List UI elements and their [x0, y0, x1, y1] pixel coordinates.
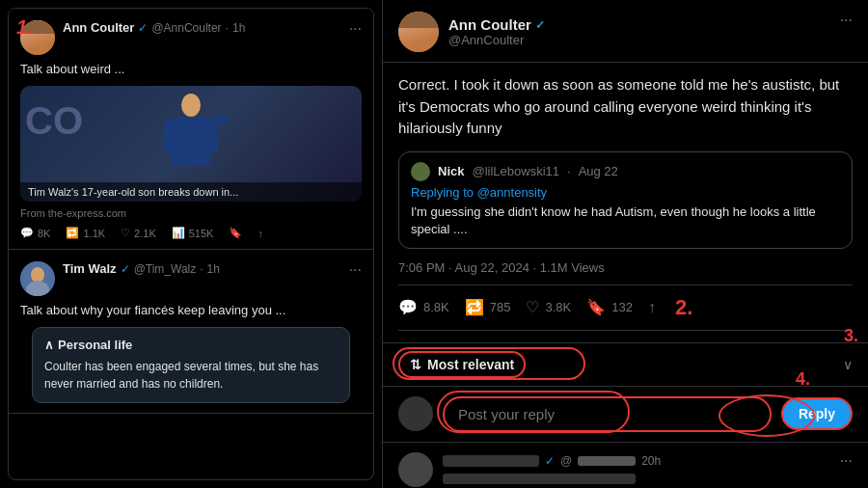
right-header-info: Ann Coulter ✓ @AnnCoulter: [398, 12, 545, 52]
tweet-header-2: Tim Walz ✓ @Tim_Walz · 1h ···: [20, 261, 362, 296]
quoted-tweet: Nick @lilLebowski11 · Aug 22 Replying to…: [398, 151, 853, 249]
reply-avatar: [398, 396, 433, 431]
main-tweet-text: Correct. I took it down as soon as someo…: [398, 74, 853, 140]
stat-share[interactable]: ↑: [648, 295, 656, 320]
stat-comments-val: 8.8K: [423, 300, 449, 314]
views-count-1: 515K: [189, 228, 214, 239]
comment-verified: ✓: [545, 454, 555, 468]
comment-more[interactable]: ···: [840, 452, 853, 470]
label-1: 1.: [16, 16, 33, 39]
sort-icon: ⇅: [410, 357, 421, 372]
share-stat-icon: ↑: [648, 299, 656, 316]
chevron-icon: ∧: [44, 338, 54, 352]
comment-handle-bar: [578, 456, 636, 466]
comment-avatar: [398, 452, 433, 487]
stat-comments[interactable]: 💬 8.8K: [398, 295, 449, 320]
tim-avatar-svg: [20, 261, 55, 296]
bookmark-stat-icon: 🔖: [586, 298, 606, 316]
stat-likes[interactable]: ♡ 3.8K: [526, 295, 571, 320]
share-action-1[interactable]: ↑: [258, 227, 263, 239]
quoted-header: Nick @lilLebowski11 · Aug 22: [411, 162, 840, 181]
comment-content: ✓ @ 20h ··· 💬 36 🔁 31 ♡ 2.4K: [443, 452, 853, 488]
quoted-name: Nick: [438, 164, 464, 178]
left-panel: 1. Ann Coulter ✓ @AnnCoulter · 1h ··· Ta…: [8, 8, 374, 480]
comment-action-1[interactable]: 💬 8K: [20, 227, 50, 239]
verified-icon-1: ✓: [138, 21, 148, 35]
like-action-1[interactable]: ♡ 2.1K: [121, 227, 156, 239]
svg-text:CO: CO: [25, 99, 83, 142]
personal-life-header: ∧ Personal life: [44, 338, 338, 352]
quoted-avatar: [411, 162, 430, 181]
comment-stat-icon: 💬: [398, 298, 418, 316]
comment-row: ✓ @ 20h ··· 💬 36 🔁 31 ♡ 2.4K: [383, 443, 868, 488]
tweet-time-val-1: 1h: [232, 21, 245, 35]
svg-point-0: [181, 94, 201, 117]
right-name: Ann Coulter ✓: [448, 16, 545, 33]
tweet-image-bg-1: CO Tim Walz's 17-year-old son breaks dow…: [20, 86, 362, 202]
comment-count-1: 8K: [38, 228, 50, 239]
tweet-time-2: ·: [200, 262, 203, 276]
stat-retweets-val: 785: [490, 300, 511, 314]
image-figure: [152, 91, 230, 187]
retweet-icon-1: 🔁: [66, 227, 79, 239]
comment-text-bar-1: [443, 474, 636, 484]
tweet-more-2[interactable]: ···: [349, 261, 362, 279]
sort-chevron-icon: ∨: [843, 357, 853, 372]
image-bg-text: CO: [20, 86, 136, 163]
quoted-text: I'm guessing she didn't know he had Auti…: [411, 203, 840, 238]
retweet-count-1: 1.1K: [83, 228, 105, 239]
tweet-content-main: Correct. I took it down as soon as someo…: [383, 63, 868, 343]
tweet-handle-2: @Tim_Walz: [134, 262, 197, 276]
quoted-handle: @lilLebowski11: [472, 164, 559, 178]
tweet-card-2: Tim Walz ✓ @Tim_Walz · 1h ··· Talk about…: [9, 250, 373, 414]
right-handle: @AnnCoulter: [448, 33, 545, 47]
comment-name-bar: [443, 455, 539, 467]
personal-life-card: ∧ Personal life Coulter has been engaged…: [32, 327, 350, 403]
tweet-source: From the-express.com: [20, 207, 362, 219]
stat-bookmarks[interactable]: 🔖 132: [586, 295, 633, 320]
sort-label: Most relevant: [427, 357, 514, 372]
tweet-meta-1: Ann Coulter ✓ @AnnCoulter · 1h: [63, 20, 341, 35]
tweet-meta-2: Tim Walz ✓ @Tim_Walz · 1h: [63, 261, 341, 276]
bookmark-action-1[interactable]: 🔖: [229, 227, 242, 239]
quoted-date-val: Aug 22: [579, 164, 618, 178]
right-header-avatar: [398, 12, 439, 52]
share-icon-1: ↑: [258, 228, 263, 239]
personal-life-text: Coulter has been engaged several times, …: [44, 358, 338, 393]
comment-icon-1: 💬: [20, 227, 34, 239]
views-action-1[interactable]: 📊 515K: [172, 227, 214, 239]
retweet-action-1[interactable]: 🔁 1.1K: [66, 227, 105, 239]
tweet-name-row-2: Tim Walz ✓ @Tim_Walz · 1h: [63, 261, 341, 276]
tweet-handle-1: @AnnCoulter: [151, 21, 221, 35]
like-stat-icon: ♡: [526, 298, 539, 316]
tweet-time-val-2: 1h: [207, 262, 220, 276]
svg-rect-1: [172, 118, 210, 166]
right-name-text: Ann Coulter: [448, 16, 531, 33]
tweet-timestamp: 7:06 PM · Aug 22, 2024 · 1.1M Views: [398, 260, 853, 275]
stat-retweets[interactable]: 🔁 785: [465, 295, 511, 320]
sort-button[interactable]: ⇅ Most relevant: [398, 351, 526, 378]
tweet-text-1: Talk about weird ...: [20, 61, 362, 78]
right-header-meta: Ann Coulter ✓ @AnnCoulter: [448, 16, 545, 47]
comment-time: 20h: [641, 454, 661, 468]
right-header: Ann Coulter ✓ @AnnCoulter ···: [383, 0, 868, 63]
bookmark-icon-1: 🔖: [229, 227, 242, 239]
tweet-name-1: Ann Coulter: [63, 20, 134, 35]
label-4: 4.: [796, 369, 810, 390]
quoted-date: ·: [567, 164, 571, 178]
like-count-1: 2.1K: [134, 228, 156, 239]
svg-point-7: [31, 267, 44, 283]
tweet-stats: 💬 8.8K 🔁 785 ♡ 3.8K 🔖 132 ↑ 2.: [398, 285, 853, 331]
right-more-button[interactable]: ···: [840, 12, 853, 29]
stat-bookmarks-val: 132: [611, 300, 633, 314]
label-3: 3.: [844, 326, 858, 346]
quoted-reply-to: Replying to @anntensity: [411, 185, 840, 200]
right-panel: Ann Coulter ✓ @AnnCoulter ··· Correct. I…: [382, 0, 868, 488]
reply-input[interactable]: [443, 396, 772, 432]
reply-button[interactable]: Reply: [781, 397, 853, 430]
comment-handle: @: [560, 454, 572, 468]
tweet-card-1: Ann Coulter ✓ @AnnCoulter · 1h ··· Talk …: [9, 9, 373, 250]
tweet-more-1[interactable]: ···: [349, 20, 362, 38]
tweet-text-2: Talk about why your fiancés keep leaving…: [20, 302, 362, 319]
tweet-time-1: ·: [226, 21, 229, 35]
